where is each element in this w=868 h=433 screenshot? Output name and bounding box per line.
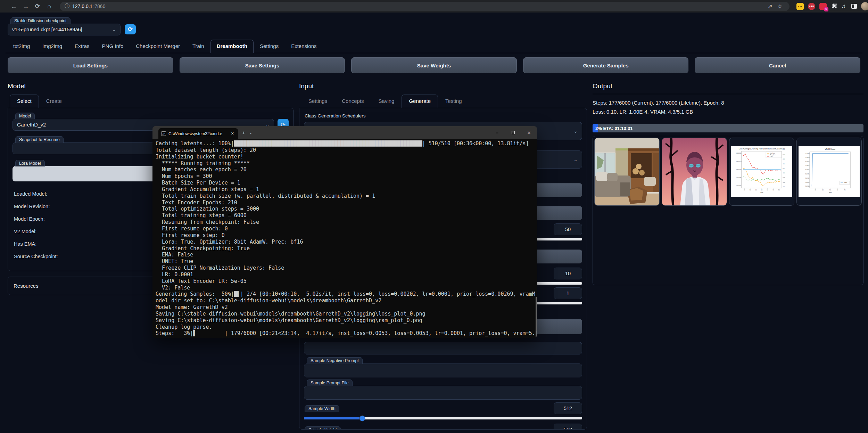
sample-height-value[interactable]: 512 xyxy=(554,424,582,430)
sample-image-vram-chart[interactable]: VRAM Usage3040506070Step5.10005.09955.09… xyxy=(796,138,862,206)
svg-text:0.06: 0.06 xyxy=(783,182,785,183)
home-icon[interactable]: ⌂ xyxy=(44,3,54,10)
input-tab-generate[interactable]: Generate xyxy=(402,95,438,108)
svg-text:Loss Average/Learning Rate (co: Loss Average/Learning Rate (constant_wit… xyxy=(739,148,785,150)
cmd-output-area[interactable]: Caching latents...: 100%|███████████████… xyxy=(152,139,537,338)
tab-checkpoint-merger[interactable]: Checkpoint Merger xyxy=(130,40,186,53)
svg-text:0.16: 0.16 xyxy=(783,158,785,160)
sample-prompt-file-input[interactable] xyxy=(304,386,582,400)
scrollbar-thumb[interactable] xyxy=(536,297,537,338)
tab-extras[interactable]: Extras xyxy=(68,40,96,53)
extension-x-badge-icon[interactable]: ✕ xyxy=(819,3,827,10)
svg-text:40: 40 xyxy=(822,189,824,191)
svg-text:30: 30 xyxy=(750,189,751,191)
tab-dropdown-icon[interactable]: ⌄ xyxy=(249,131,252,134)
site-info-icon[interactable]: ⓘ xyxy=(65,3,69,9)
class-gen-schedulers-label: Class Generation Schedulers xyxy=(305,113,582,119)
minimize-icon[interactable]: – xyxy=(489,126,505,139)
tab-settings[interactable]: Settings xyxy=(254,40,285,53)
output-panel: Output Steps: 177/6000 (Current), 177/60… xyxy=(593,82,863,285)
sample-width-label: Sample Width xyxy=(305,405,339,412)
maximize-icon[interactable] xyxy=(505,126,521,139)
input-tab-concepts[interactable]: Concepts xyxy=(334,95,371,108)
model-tab-select[interactable]: Select xyxy=(10,95,39,108)
tab-png-info[interactable]: PNG Info xyxy=(96,40,130,53)
url-port: :7860 xyxy=(93,3,105,9)
number-input-2[interactable]: 10 xyxy=(554,268,582,279)
svg-text:5.0980: 5.0980 xyxy=(805,169,809,171)
sample-gallery: Loss Average/Learning Rate (constant_wit… xyxy=(593,136,863,285)
model-tab-bar: SelectCreate xyxy=(8,95,294,108)
action-button-save-settings[interactable]: Save Settings xyxy=(180,57,345,73)
reload-icon[interactable]: ⟳ xyxy=(33,2,42,10)
svg-text:VRAM: VRAM xyxy=(844,182,847,183)
puzzle-extensions-icon[interactable] xyxy=(831,3,837,9)
checkpoint-dropdown[interactable]: v1-5-pruned.ckpt [e1441589a6] ⌄ xyxy=(8,24,121,35)
input-tab-settings[interactable]: Settings xyxy=(301,95,334,108)
cmd-titlebar[interactable]: C:\ C:\Windows\system32\cmd.e ✕ + ⌄ – ✕ xyxy=(152,126,537,139)
action-button-row: Load SettingsSave SettingsSave WeightsGe… xyxy=(8,57,860,73)
tab-txt2img[interactable]: txt2img xyxy=(7,40,36,53)
svg-text:0.14: 0.14 xyxy=(783,163,785,165)
refresh-checkpoints-button[interactable]: ⟳ xyxy=(125,24,136,34)
tab-train[interactable]: Train xyxy=(186,40,210,53)
cmd-tab[interactable]: C:\ C:\Windows\system32\cmd.e ✕ xyxy=(158,128,238,139)
sample-image-living-room[interactable] xyxy=(594,138,660,206)
cmd-tab-title: C:\Windows\system32\cmd.e xyxy=(168,131,228,136)
action-button-save-weights[interactable]: Save Weights xyxy=(351,57,517,73)
profile-avatar[interactable] xyxy=(861,2,868,10)
extension-dots-icon[interactable]: ⋯ xyxy=(796,3,804,10)
input-tab-bar: SettingsConceptsSavingGenerateTesting xyxy=(299,95,587,108)
sample-prompt-input[interactable] xyxy=(304,342,582,354)
sidebar-toggle-icon[interactable] xyxy=(851,4,857,9)
action-button-generate-samples[interactable]: Generate Samples xyxy=(523,57,689,73)
back-icon[interactable]: ← xyxy=(9,3,19,10)
sample-negative-prompt-input[interactable] xyxy=(304,363,582,377)
sample-width-value[interactable]: 512 xyxy=(554,402,582,414)
tab-extensions[interactable]: Extensions xyxy=(285,40,323,53)
number-input-1[interactable]: 50 xyxy=(554,223,582,235)
sample-image-loss-chart[interactable]: Loss Average/Learning Rate (constant_wit… xyxy=(729,138,794,206)
cmd-window[interactable]: C:\ C:\Windows\system32\cmd.e ✕ + ⌄ – ✕ … xyxy=(152,126,537,338)
new-tab-icon[interactable]: + xyxy=(242,130,245,136)
input-tab-saving[interactable]: Saving xyxy=(371,95,402,108)
model-tab-create[interactable]: Create xyxy=(39,95,69,108)
svg-text:5.0990: 5.0990 xyxy=(805,161,809,163)
media-playlist-icon[interactable]: ♬ xyxy=(841,3,847,10)
url-host: 127.0.0.1 xyxy=(72,3,92,9)
tab-dreambooth[interactable]: Dreambooth xyxy=(210,40,254,53)
tab-img2img[interactable]: img2img xyxy=(36,40,68,53)
number-input-3[interactable]: 1 xyxy=(554,287,582,299)
close-icon[interactable]: ✕ xyxy=(521,126,537,139)
svg-text:5.0960: 5.0960 xyxy=(805,186,809,187)
sample-width-slider[interactable] xyxy=(304,417,582,419)
forward-icon[interactable]: → xyxy=(21,3,31,10)
checkpoint-label: Stable Diffusion checkpoint xyxy=(10,17,71,24)
input-tab-testing[interactable]: Testing xyxy=(438,95,469,108)
adblock-icon[interactable]: ABP xyxy=(808,3,815,10)
sample-height-group: Sample Height 512 xyxy=(304,424,582,430)
checkpoint-value: v1-5-pruned.ckpt [e1441589a6] xyxy=(12,27,82,32)
sample-negative-prompt-label: Sample Negative Prompt xyxy=(307,357,363,364)
tab-close-icon[interactable]: ✕ xyxy=(230,131,235,136)
input-panel-title: Input xyxy=(299,82,587,90)
svg-text:70: 70 xyxy=(772,189,774,191)
svg-text:0.000096: 0.000096 xyxy=(736,185,741,187)
svg-text:80: 80 xyxy=(778,189,780,191)
svg-text:0.04: 0.04 xyxy=(783,186,785,188)
address-bar[interactable]: ⓘ 127.0.0.1:7860 ↗ ☆ xyxy=(60,2,790,11)
svg-text:60: 60 xyxy=(767,189,768,191)
x-badge: ✕ xyxy=(824,7,828,11)
sample-image-character[interactable] xyxy=(662,138,727,206)
action-button-load-settings[interactable]: Load Settings xyxy=(8,57,173,73)
svg-text:30: 30 xyxy=(815,189,816,191)
vram-chart: VRAM Usage3040506070Step5.10005.09955.09… xyxy=(799,146,860,197)
share-icon[interactable]: ↗ xyxy=(768,3,772,10)
lora-model-label: Lora Model xyxy=(15,160,45,166)
resources-label: Resources xyxy=(14,283,39,289)
bookmark-star-icon[interactable]: ☆ xyxy=(777,3,783,10)
svg-text:0.08: 0.08 xyxy=(783,177,785,178)
loss-chart: Loss Average/Learning Rate (constant_wit… xyxy=(731,146,792,197)
svg-text:70: 70 xyxy=(844,189,845,191)
action-button-cancel[interactable]: Cancel xyxy=(695,57,860,73)
